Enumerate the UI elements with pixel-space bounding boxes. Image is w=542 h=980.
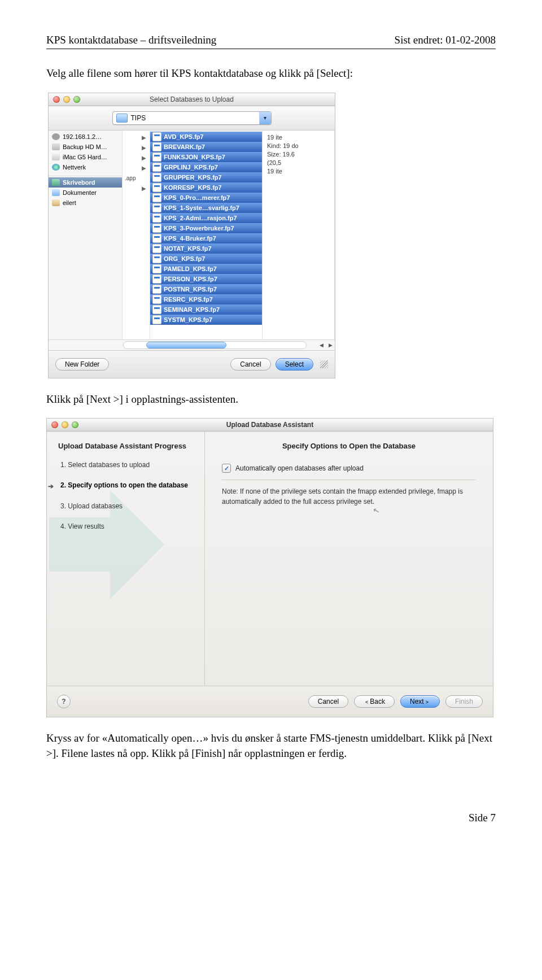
file-item[interactable]: GRPLINJ_KPS.fp7 bbox=[150, 162, 262, 172]
app-entry[interactable]: .app bbox=[123, 173, 150, 184]
file-item[interactable]: KORRESP_KPS.fp7 bbox=[150, 182, 262, 193]
dialog2-title: Upload Database Assistant bbox=[47, 421, 493, 429]
file-name: GRPLINJ_KPS.fp7 bbox=[164, 164, 218, 171]
file-name: KPS_2-Admi…rasjon.fp7 bbox=[164, 215, 237, 221]
paragraph-2: Klikk på [Next >] i opplastnings-assiste… bbox=[46, 392, 496, 407]
sidebar-item[interactable]: eilert bbox=[49, 198, 122, 208]
detail-line: (20,5 bbox=[267, 159, 330, 168]
chevron-right-icon[interactable]: ▶ bbox=[123, 133, 150, 143]
step-2-label: 2. Specify options to open the database bbox=[60, 481, 188, 489]
file-item[interactable]: KPS_3-Powerbruker.fp7 bbox=[150, 223, 262, 233]
select-databases-dialog: Select Databases to Upload TIPS ▾ 192.16… bbox=[48, 93, 335, 378]
file-item[interactable]: FUNKSJON_KPS.fp7 bbox=[150, 152, 262, 162]
file-name: ORG_KPS.fp7 bbox=[164, 255, 205, 262]
back-button[interactable]: <Back bbox=[354, 695, 395, 708]
file-item[interactable]: NOTAT_KPS.fp7 bbox=[150, 243, 262, 254]
sidebar-item-label: Nettverk bbox=[63, 164, 86, 171]
document-icon bbox=[152, 295, 161, 304]
next-button[interactable]: Next> bbox=[400, 695, 440, 708]
document-icon bbox=[152, 142, 161, 151]
sidebar-item-label: Backup HD M… bbox=[63, 143, 107, 150]
file-item[interactable]: AVD_KPS.fp7 bbox=[150, 132, 262, 142]
path-bar: TIPS ▾ bbox=[49, 106, 335, 130]
document-icon bbox=[152, 163, 161, 172]
options-panel: Specify Options to Open the Database ✓ A… bbox=[205, 432, 493, 686]
file-name: KPS_3-Powerbruker.fp7 bbox=[164, 225, 234, 232]
cancel-button[interactable]: Cancel bbox=[308, 695, 348, 708]
chevron-left-icon: < bbox=[365, 699, 368, 705]
sidebar-item[interactable]: iMac G5 Hard… bbox=[49, 152, 122, 162]
scroll-left-icon[interactable]: ◀ bbox=[317, 340, 326, 350]
file-item[interactable]: GRUPPER_KPS.fp7 bbox=[150, 172, 262, 182]
dialog1-body: 192.168.1.2…Backup HD M…iMac G5 Hard…Net… bbox=[49, 130, 335, 339]
horizontal-scrollbar[interactable]: ◀ ▶ bbox=[49, 339, 335, 350]
detail-line: 19 ite bbox=[267, 134, 330, 142]
volume-icon bbox=[52, 154, 60, 160]
place-icon bbox=[52, 189, 60, 196]
detail-line: Size: 19.6 bbox=[267, 151, 330, 159]
file-item[interactable]: SEMINAR_KPS.fp7 bbox=[150, 304, 262, 315]
file-name: KPS_0-Pro…merer.fp7 bbox=[164, 194, 230, 201]
chevron-right-icon[interactable]: ▶ bbox=[123, 153, 150, 163]
column-a: ▶ ▶ ▶ ▶ .app ▶ bbox=[123, 130, 150, 339]
scroll-right-icon[interactable]: ▶ bbox=[326, 340, 335, 350]
sidebar-separator bbox=[49, 172, 122, 176]
scrollbar-thumb[interactable] bbox=[146, 342, 226, 349]
place-icon bbox=[52, 179, 60, 186]
path-label: TIPS bbox=[131, 114, 146, 122]
scrollbar-track[interactable] bbox=[123, 341, 307, 349]
sidebar-item-label: Skrivebord bbox=[63, 179, 95, 186]
cancel-button[interactable]: Cancel bbox=[230, 358, 270, 371]
chevron-right-icon[interactable]: ▶ bbox=[123, 143, 150, 153]
file-list[interactable]: AVD_KPS.fp7BREVARK.fp7FUNKSJON_KPS.fp7GR… bbox=[150, 130, 263, 339]
chevron-right-icon[interactable]: ▶ bbox=[123, 184, 150, 194]
file-name: PAMELD_KPS.fp7 bbox=[164, 265, 217, 272]
sidebar-item[interactable]: 192.168.1.2… bbox=[49, 132, 122, 142]
file-item[interactable]: RESRC_KPS.fp7 bbox=[150, 294, 262, 304]
dialog1-title: Select Databases to Upload bbox=[49, 95, 335, 103]
paragraph-3: Kryss av for «Automatically open…» hvis … bbox=[46, 731, 496, 761]
new-folder-button[interactable]: New Folder bbox=[55, 358, 109, 371]
document-icon bbox=[152, 193, 161, 202]
file-name: FUNKSJON_KPS.fp7 bbox=[164, 154, 225, 160]
file-name: POSTNR_KPS.fp7 bbox=[164, 286, 217, 293]
file-item[interactable]: PAMELD_KPS.fp7 bbox=[150, 264, 262, 274]
file-name: AVD_KPS.fp7 bbox=[164, 133, 204, 140]
file-item[interactable]: KPS_0-Pro…merer.fp7 bbox=[150, 193, 262, 203]
chevron-right-icon[interactable]: ▶ bbox=[123, 163, 150, 173]
help-button[interactable]: ? bbox=[57, 695, 71, 708]
sidebar-item[interactable]: Nettverk bbox=[49, 162, 122, 172]
sidebar-item[interactable]: Backup HD M… bbox=[49, 142, 122, 152]
document-icon bbox=[152, 305, 161, 314]
file-name: KPS_1-Syste…svarlig.fp7 bbox=[164, 204, 239, 211]
document-icon bbox=[152, 264, 161, 273]
sidebar-item[interactable]: Dokumenter bbox=[49, 188, 122, 198]
sidebar: 192.168.1.2…Backup HD M…iMac G5 Hard…Net… bbox=[49, 130, 123, 339]
document-icon bbox=[152, 315, 161, 324]
file-item[interactable]: SYSTM_KPS.fp7 bbox=[150, 315, 262, 325]
file-item[interactable]: KPS_4-Bruker.fp7 bbox=[150, 233, 262, 243]
cursor-icon: ↖ bbox=[372, 506, 381, 516]
file-name: KORRESP_KPS.fp7 bbox=[164, 184, 222, 191]
file-item[interactable]: POSTNR_KPS.fp7 bbox=[150, 284, 262, 294]
finish-button: Finish bbox=[445, 695, 483, 708]
dropdown-arrow-icon[interactable]: ▾ bbox=[259, 112, 271, 124]
header-right: Sist endret: 01-02-2008 bbox=[395, 34, 496, 46]
document-icon bbox=[152, 132, 161, 141]
document-icon bbox=[152, 214, 161, 223]
auto-open-row[interactable]: ✓ Automatically open databases after upl… bbox=[222, 464, 476, 473]
back-label: Back bbox=[370, 698, 385, 705]
path-dropdown[interactable]: TIPS ▾ bbox=[112, 111, 272, 125]
file-item[interactable]: ORG_KPS.fp7 bbox=[150, 254, 262, 264]
folder-icon bbox=[116, 114, 128, 123]
file-item[interactable]: KPS_2-Admi…rasjon.fp7 bbox=[150, 213, 262, 223]
resize-grip-icon[interactable] bbox=[320, 360, 328, 368]
progress-sidebar: Upload Database Assistant Progress 1. Se… bbox=[47, 432, 205, 686]
file-item[interactable]: KPS_1-Syste…svarlig.fp7 bbox=[150, 203, 262, 213]
panel-title: Specify Options to Open the Database bbox=[222, 442, 476, 450]
sidebar-item[interactable]: Skrivebord bbox=[49, 177, 122, 188]
select-button[interactable]: Select bbox=[276, 358, 313, 371]
file-item[interactable]: BREVARK.fp7 bbox=[150, 142, 262, 152]
checkbox-checked-icon[interactable]: ✓ bbox=[222, 464, 231, 473]
file-item[interactable]: PERSON_KPS.fp7 bbox=[150, 274, 262, 284]
